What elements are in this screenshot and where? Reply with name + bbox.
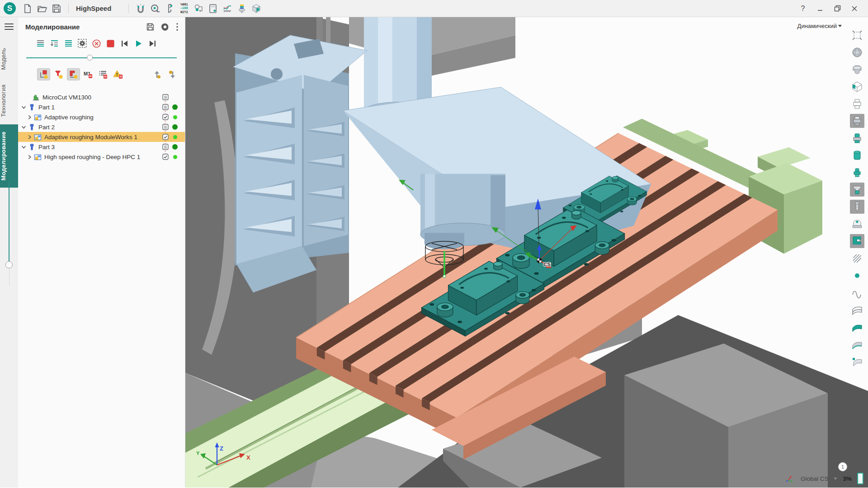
tree-row[interactable]: Part 3: [18, 142, 185, 152]
chevron-icon[interactable]: [27, 134, 33, 140]
new-file-icon: [23, 4, 33, 14]
chevron-icon[interactable]: [27, 114, 33, 120]
rtb-curves[interactable]: [850, 286, 864, 300]
tree-row[interactable]: High speed roughing - Deep HPC 1: [18, 152, 185, 162]
tree-row[interactable]: Adaptive roughing ModuleWorks 1: [18, 132, 185, 142]
save-layout-icon[interactable]: [146, 23, 155, 31]
rtb-wireframe-surfaces[interactable]: [850, 303, 864, 317]
rtb-shaded-surfaces[interactable]: [850, 320, 864, 334]
filter-warnings-button[interactable]: [112, 68, 125, 80]
filter-operations-button[interactable]: [67, 68, 80, 80]
sim-to-end-button[interactable]: [146, 38, 158, 49]
viewport-3d-scene[interactable]: CS Z X Y: [185, 17, 868, 488]
sim-abort-button[interactable]: [90, 38, 102, 49]
sim-levels-step-button[interactable]: [48, 38, 60, 49]
chevron-icon[interactable]: [21, 144, 27, 150]
point-icon: [851, 270, 863, 282]
sim-play-button[interactable]: [132, 38, 144, 49]
chevron-down-icon[interactable]: [834, 478, 837, 480]
filter-structure-button[interactable]: [37, 68, 50, 80]
tree-row[interactable]: Adaptive roughing: [18, 112, 185, 122]
simulation-progress-slider[interactable]: [26, 55, 177, 61]
close-button[interactable]: [847, 2, 862, 15]
tree-item-trailing[interactable]: [161, 123, 170, 131]
rtb-section-view[interactable]: [850, 80, 864, 94]
rtb-stock-fixture[interactable]: [850, 165, 864, 179]
rtb-workpiece-surfaces[interactable]: [850, 354, 864, 368]
tree-item-trailing[interactable]: [161, 113, 170, 121]
tree-item-label: MicroCut VM1300: [42, 94, 91, 101]
sim-stop-button[interactable]: [104, 38, 116, 49]
tab-model[interactable]: Модель: [0, 41, 18, 77]
filter-tools-button[interactable]: [52, 68, 65, 80]
rtb-shaded-model[interactable]: [850, 114, 864, 128]
save-document-button[interactable]: [49, 2, 64, 15]
rtb-solid-model[interactable]: [850, 62, 864, 76]
progress-indicator: [857, 473, 863, 484]
calculator-button[interactable]: [206, 2, 220, 15]
caliper-button[interactable]: [162, 2, 177, 15]
tree-item-trailing[interactable]: [161, 103, 170, 111]
sim-levels-all-button[interactable]: [62, 38, 74, 49]
tree-row[interactable]: Part 1: [18, 102, 185, 112]
tree-item-label: High speed roughing - Deep HPC 1: [44, 154, 140, 160]
graph-analysis-button[interactable]: [220, 2, 235, 15]
help-button[interactable]: ?: [796, 2, 810, 15]
filter-list-button[interactable]: [97, 68, 110, 80]
tape-measure-icon: [150, 4, 160, 14]
stock-cube-button[interactable]: [249, 2, 264, 15]
rtb-points[interactable]: [850, 268, 864, 282]
magnet-snap-button[interactable]: [133, 2, 148, 15]
rtb-stock-solid[interactable]: [850, 148, 864, 162]
setup-badge[interactable]: 1: [838, 462, 847, 471]
move-up-button[interactable]: [151, 68, 164, 80]
surface-analysis-icon: [851, 338, 863, 350]
tree-item-trailing[interactable]: [161, 143, 170, 151]
chevron-icon[interactable]: [27, 154, 33, 160]
rtb-stock-model[interactable]: [850, 131, 864, 145]
gear-icon[interactable]: [161, 23, 170, 31]
gcode-button[interactable]: %001 →100 N2T2: [177, 2, 191, 15]
rtb-machining-result[interactable]: [850, 183, 864, 197]
tree-item-trailing[interactable]: [161, 93, 170, 101]
rtb-wireframe-model[interactable]: [850, 97, 864, 111]
tree-row[interactable]: Part 2: [18, 122, 185, 132]
tree-row[interactable]: MicroCut VM1300: [18, 92, 185, 102]
sim-trace-button[interactable]: [76, 38, 88, 49]
sim-levels-flat-button[interactable]: [34, 38, 46, 49]
notes-icon: [162, 143, 169, 150]
new-document-button[interactable]: [20, 2, 35, 15]
panel-zoom-slider[interactable]: [6, 181, 12, 289]
viewport-3d[interactable]: CS Z X Y Динамический: [185, 17, 868, 488]
rtb-machine-model[interactable]: [850, 234, 864, 248]
rtb-analysis-surfaces[interactable]: [850, 337, 864, 351]
restore-button[interactable]: [830, 2, 844, 15]
chevron-icon[interactable]: [21, 124, 27, 130]
tool-assembly-button[interactable]: [235, 2, 249, 15]
sim-to-start-button[interactable]: [118, 38, 130, 49]
coordinate-system-selector[interactable]: Global CS: [801, 475, 829, 482]
measure-button[interactable]: [148, 2, 162, 15]
filter-m1-stops-button[interactable]: M1: [82, 68, 95, 80]
rtb-cutting-tool[interactable]: [850, 200, 864, 214]
move-down-button[interactable]: [165, 68, 179, 80]
view-mode-dropdown[interactable]: Динамический: [797, 23, 842, 29]
rtb-fit-view[interactable]: [850, 28, 864, 42]
minimize-button[interactable]: [813, 2, 827, 15]
tab-simulation[interactable]: Моделирование: [0, 124, 18, 188]
rtb-toolpath[interactable]: [850, 251, 864, 265]
tab-technology[interactable]: Технология: [0, 77, 18, 124]
more-menu-icon[interactable]: [176, 23, 179, 31]
open-document-button[interactable]: [35, 2, 49, 15]
status-dot: [172, 124, 178, 130]
rtb-shaded-sphere[interactable]: [850, 45, 864, 59]
progress-knob[interactable]: [87, 55, 93, 61]
hamburger-menu-icon[interactable]: [5, 23, 14, 30]
chevron-icon[interactable]: [21, 104, 27, 110]
simulation-scheme-button[interactable]: [191, 2, 206, 15]
graph-icon: [222, 4, 232, 14]
tree-item-trailing[interactable]: [161, 133, 170, 141]
slider-knob[interactable]: [5, 261, 13, 268]
tree-item-trailing[interactable]: [161, 153, 170, 161]
rtb-tool-head[interactable]: [850, 217, 864, 231]
